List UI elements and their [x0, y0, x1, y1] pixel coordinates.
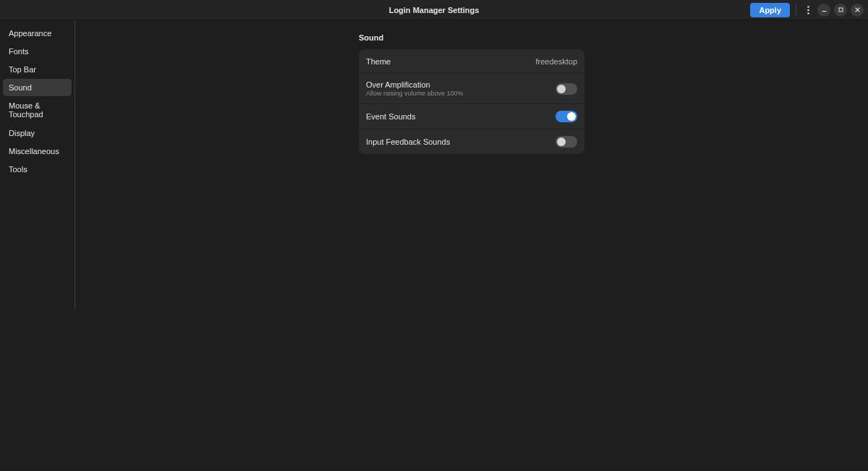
body: Appearance Fonts Top Bar Sound Mouse & T… — [0, 20, 868, 471]
sidebar-item-label: Mouse & Touchpad — [9, 101, 43, 119]
maximize-icon — [838, 7, 844, 13]
sidebar-item-sound[interactable]: Sound — [3, 79, 72, 96]
sidebar-item-top-bar[interactable]: Top Bar — [3, 61, 72, 78]
section-title: Sound — [359, 33, 584, 42]
content: Sound Theme freedesktop Over Amplificati… — [75, 20, 868, 471]
row-theme[interactable]: Theme freedesktop — [359, 49, 584, 74]
kebab-menu-icon — [807, 6, 809, 14]
row-value-theme: freedesktop — [536, 57, 577, 66]
sidebar-item-label: Appearance — [9, 29, 51, 38]
sidebar-item-fonts[interactable]: Fonts — [3, 43, 72, 60]
row-input-feedback-sounds: Input Feedback Sounds — [359, 130, 584, 154]
svg-point-2 — [807, 12, 809, 14]
row-event-sounds: Event Sounds — [359, 104, 584, 130]
sidebar-item-label: Display — [9, 129, 35, 137]
svg-rect-3 — [822, 11, 826, 12]
switch-knob — [557, 85, 566, 93]
sidebar-item-label: Fonts — [9, 47, 29, 56]
switch-event-sounds[interactable] — [556, 111, 577, 122]
switch-over-amplification[interactable] — [556, 83, 577, 95]
sidebar-item-appearance[interactable]: Appearance — [3, 25, 72, 42]
switch-input-feedback-sounds[interactable] — [556, 136, 577, 148]
sidebar-item-label: Top Bar — [9, 65, 36, 74]
svg-rect-4 — [839, 8, 843, 12]
row-sublabel: Allow raising volume above 100% — [366, 90, 556, 97]
menu-button[interactable] — [802, 4, 814, 17]
headerbar-right: Apply — [750, 0, 868, 20]
close-button[interactable] — [851, 4, 864, 17]
switch-knob — [557, 137, 566, 146]
row-over-amplification: Over Amplification Allow raising volume … — [359, 74, 584, 104]
row-text: Over Amplification Allow raising volume … — [366, 80, 556, 97]
window-title: Login Manager Settings — [0, 6, 868, 14]
sidebar-item-mouse-touchpad[interactable]: Mouse & Touchpad — [3, 97, 72, 123]
settings-list: Theme freedesktop Over Amplification All… — [359, 49, 584, 154]
sidebar-item-miscellaneous[interactable]: Miscellaneous — [3, 143, 72, 160]
close-icon — [854, 7, 861, 13]
row-text: Theme — [366, 57, 536, 66]
sidebar-item-tools[interactable]: Tools — [3, 161, 72, 178]
sidebar: Appearance Fonts Top Bar Sound Mouse & T… — [0, 20, 75, 310]
switch-knob — [567, 112, 576, 121]
row-text: Input Feedback Sounds — [366, 137, 556, 146]
sidebar-item-display[interactable]: Display — [3, 124, 72, 142]
row-label: Over Amplification — [366, 80, 556, 89]
sidebar-item-label: Sound — [9, 83, 32, 92]
svg-point-0 — [807, 6, 809, 8]
sidebar-item-label: Tools — [9, 165, 27, 174]
apply-button[interactable]: Apply — [750, 3, 790, 17]
row-label: Theme — [366, 57, 536, 66]
row-text: Event Sounds — [366, 112, 556, 121]
separator — [796, 4, 796, 16]
sidebar-item-label: Miscellaneous — [9, 147, 59, 156]
minimize-icon — [821, 7, 827, 13]
headerbar: Login Manager Settings Apply — [0, 0, 868, 20]
row-label: Event Sounds — [366, 112, 556, 121]
minimize-button[interactable] — [817, 4, 830, 17]
content-inner: Sound Theme freedesktop Over Amplificati… — [359, 33, 584, 471]
row-label: Input Feedback Sounds — [366, 137, 556, 146]
maximize-button[interactable] — [834, 4, 847, 17]
svg-point-1 — [807, 9, 809, 11]
